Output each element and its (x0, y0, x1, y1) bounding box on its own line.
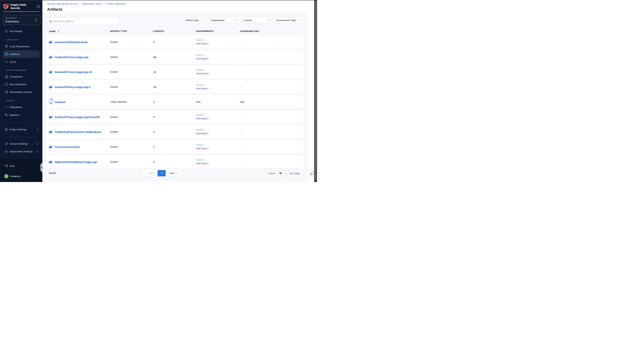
svg-text:YML: YML (49, 102, 53, 104)
svg-text:?: ? (6, 165, 7, 166)
